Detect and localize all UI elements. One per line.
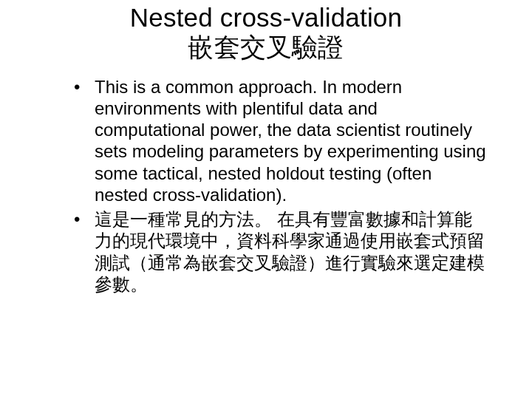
list-item: This is a common approach. In modern env… [74, 76, 488, 206]
title-line-zh: 嵌套交叉驗證 [44, 33, 488, 62]
slide-title: Nested cross-validation 嵌套交叉驗證 [44, 3, 488, 63]
list-item: 這是一種常見的方法。 在具有豐富數據和計算能力的現代環境中，資料科學家通過使用嵌… [74, 208, 488, 295]
title-line-en: Nested cross-validation [44, 3, 488, 33]
bullet-list: This is a common approach. In modern env… [44, 76, 488, 296]
slide: Nested cross-validation 嵌套交叉驗證 This is a… [0, 0, 532, 399]
